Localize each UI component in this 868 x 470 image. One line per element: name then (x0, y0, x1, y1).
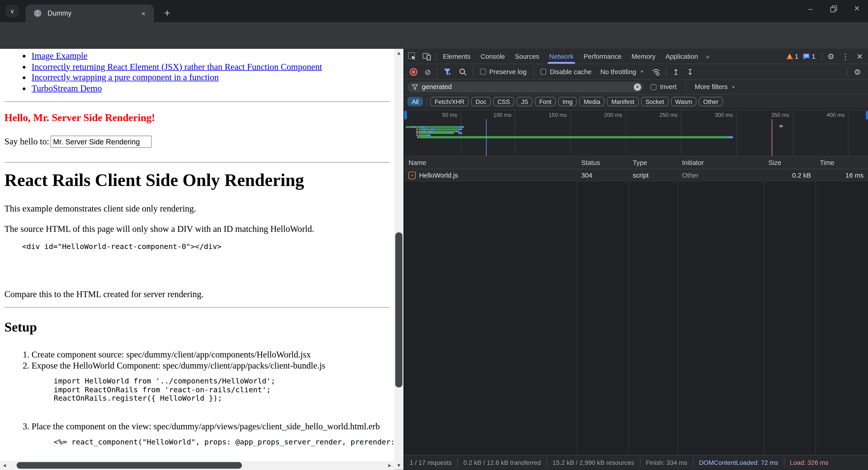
overview-left-handle[interactable] (404, 111, 407, 120)
tab-memory[interactable]: Memory (627, 49, 660, 64)
clear-network-log-icon[interactable]: ⊘ (425, 67, 431, 76)
invert-toggle[interactable]: Invert (647, 83, 680, 91)
throttling-select[interactable]: No throttling ▼ (596, 68, 648, 75)
chip-media[interactable]: Media (579, 97, 605, 106)
request-type-chips: All Fetch/XHR Doc CSS JS Font Img Media … (404, 95, 868, 108)
tab-sources[interactable]: Sources (510, 49, 544, 64)
scroll-down-icon[interactable]: ▼ (394, 461, 404, 470)
invert-checkbox[interactable] (651, 84, 657, 90)
link-image-example[interactable]: Image Example (32, 51, 88, 60)
column-header-type[interactable]: Type (628, 159, 678, 166)
preserve-log-toggle[interactable]: Preserve log (476, 68, 530, 75)
tab-search-chevron-icon[interactable]: ∨ (5, 5, 19, 18)
link-incorrect-wrap[interactable]: Incorrectly wrapping a pure component in… (32, 72, 219, 82)
list-item: TurboStream Demo (32, 83, 390, 94)
chip-other[interactable]: Other (699, 97, 723, 106)
horizontal-scrollbar[interactable]: ◄ ► (0, 461, 394, 470)
tab-close-icon[interactable]: × (138, 8, 148, 18)
tab-performance[interactable]: Performance (579, 49, 626, 64)
tab-elements[interactable]: Elements (438, 49, 475, 64)
more-tabs-icon[interactable]: » (703, 49, 712, 64)
devtools-panel: Elements Console Sources Network Perform… (403, 49, 868, 470)
code-snippet: <div id="HelloWorld-react-component-0"><… (22, 243, 390, 251)
clear-filter-icon[interactable]: ✕ (634, 83, 641, 91)
chip-socket[interactable]: Socket (641, 97, 669, 106)
network-overview-timeline[interactable]: 50 ms 100 ms 150 ms 200 ms 250 ms 300 ms… (404, 109, 868, 157)
preserve-log-checkbox[interactable] (480, 69, 486, 75)
more-filters-button[interactable]: More filters ▼ (691, 83, 739, 91)
waterfall-bar (429, 130, 432, 132)
request-name: HelloWorld.js (419, 171, 458, 179)
import-har-icon[interactable]: ↥ (669, 67, 682, 76)
issues-badge[interactable]: 1 (803, 52, 815, 60)
timeline-tick: 300 ms (689, 112, 733, 118)
filter-input[interactable]: generated ✕ (407, 82, 643, 92)
filter-icon[interactable] (440, 65, 454, 78)
chevron-down-icon: ▼ (640, 70, 644, 74)
chip-js[interactable]: JS (517, 97, 532, 106)
browser-toolbar: ← → ↻ i localhost:3000/client_side_hello… (0, 22, 868, 49)
issues-icon (803, 53, 810, 59)
link-incorrect-jsx[interactable]: Incorrectly returning React Element (JSX… (32, 62, 322, 71)
close-window-button[interactable]: × (851, 3, 863, 14)
browser-tab[interactable]: Dummy × (26, 4, 154, 22)
inspect-element-icon[interactable] (405, 50, 420, 62)
say-hello-label: Say hello to: (4, 137, 49, 147)
restore-button[interactable] (828, 3, 839, 14)
devtools-menu-icon[interactable]: ⋮ (838, 50, 852, 62)
minimize-button[interactable]: – (805, 3, 816, 14)
filter-value: generated (422, 83, 634, 91)
warnings-badge[interactable]: 1 (786, 52, 799, 60)
chip-fetch-xhr[interactable]: Fetch/XHR (430, 97, 469, 106)
scroll-right-icon[interactable]: ► (385, 461, 394, 470)
setup-heading: Setup (4, 319, 390, 335)
chip-doc[interactable]: Doc (471, 97, 491, 106)
disable-cache-checkbox[interactable] (540, 69, 546, 75)
column-header-time[interactable]: Time (815, 159, 868, 166)
column-header-size[interactable]: Size (764, 159, 815, 166)
record-network-log-icon[interactable] (410, 68, 417, 75)
waterfall-bar (458, 128, 462, 130)
scroll-left-icon[interactable]: ◄ (0, 461, 9, 470)
tab-network[interactable]: Network (544, 49, 579, 64)
chip-wasm[interactable]: Wasm (671, 97, 697, 106)
chip-img[interactable]: Img (558, 97, 577, 106)
link-turbostream[interactable]: TurboStream Demo (32, 83, 102, 93)
network-conditions-icon[interactable] (649, 65, 663, 78)
divider (4, 307, 390, 308)
scroll-up-icon[interactable]: ▲ (394, 49, 404, 58)
name-input[interactable] (51, 135, 152, 148)
search-icon[interactable] (456, 65, 470, 78)
export-har-icon[interactable]: ↧ (684, 67, 697, 76)
chip-manifest[interactable]: Manifest (607, 97, 639, 106)
chip-css[interactable]: CSS (493, 97, 515, 106)
column-header-status[interactable]: Status (577, 159, 628, 166)
overview-right-handle[interactable] (866, 111, 868, 120)
column-header-initiator[interactable]: Initiator (678, 159, 764, 166)
load-event-marker (772, 119, 772, 156)
requests-count: 1 / 17 requests (404, 458, 458, 467)
disable-cache-toggle[interactable]: Disable cache (536, 68, 595, 75)
resources-size: 15.2 kB / 2,990 kB resources (547, 458, 640, 467)
vertical-scrollbar[interactable]: ▲ ▼ (394, 49, 404, 470)
devtools-close-icon[interactable]: ✕ (852, 50, 867, 62)
waterfall-bar (423, 128, 427, 130)
new-tab-button[interactable]: + (159, 5, 175, 21)
chevron-down-icon: ▼ (732, 85, 735, 89)
vertical-scroll-thumb[interactable] (395, 232, 403, 387)
network-settings-icon[interactable]: ⚙ (850, 65, 865, 78)
chip-font[interactable]: Font (535, 97, 556, 106)
timeline-tick: 50 ms (413, 112, 457, 118)
devtools-settings-icon[interactable]: ⚙ (824, 50, 838, 62)
chip-all[interactable]: All (407, 97, 423, 106)
tab-application[interactable]: Application (660, 49, 703, 64)
waterfall-bar (458, 132, 462, 134)
warning-icon (786, 53, 793, 59)
waterfall-bar (418, 132, 454, 134)
device-toolbar-icon[interactable] (420, 50, 434, 62)
column-header-name[interactable]: Name (404, 159, 577, 166)
tab-console[interactable]: Console (475, 49, 510, 64)
waterfall-bar (416, 130, 418, 132)
table-row[interactable]: ‹› HelloWorld.js 304 script Other 0.2 kB… (404, 169, 868, 182)
horizontal-scroll-thumb[interactable] (17, 462, 242, 469)
